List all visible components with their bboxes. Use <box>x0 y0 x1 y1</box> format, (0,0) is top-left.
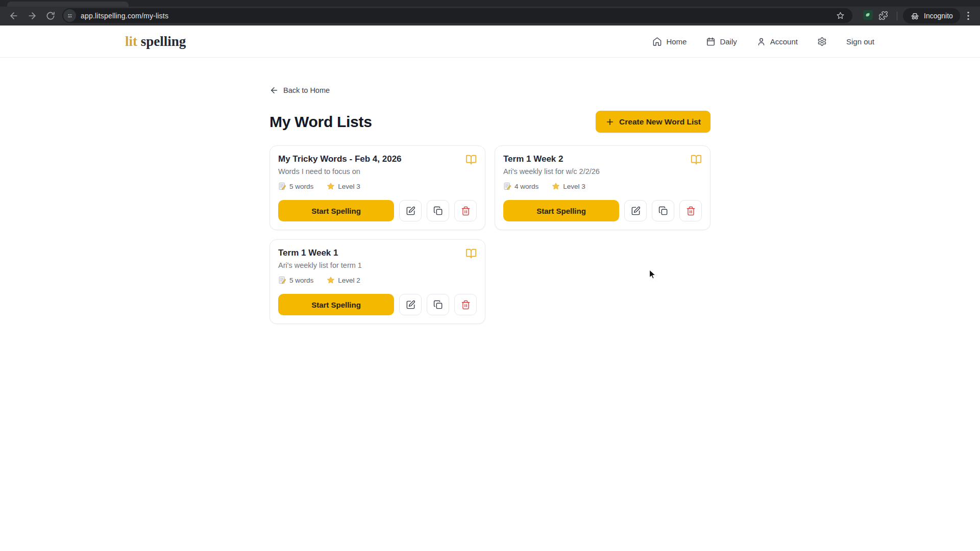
memo-icon <box>503 182 511 190</box>
incognito-label: Incognito <box>924 12 953 20</box>
incognito-spy-icon <box>910 11 920 21</box>
level-badge: Level 2 <box>327 276 360 284</box>
word-list-grid: My Tricky Words - Feb 4, 2026 Words I ne… <box>270 145 710 324</box>
duplicate-list-button[interactable] <box>427 200 449 221</box>
level-label: Level 3 <box>338 183 360 190</box>
level-badge: Level 3 <box>552 182 585 190</box>
start-spelling-button[interactable]: Start Spelling <box>278 294 394 315</box>
reload-icon[interactable] <box>45 11 56 21</box>
plus-icon <box>605 117 615 127</box>
start-spelling-button[interactable]: Start Spelling <box>503 200 619 221</box>
card-title: My Tricky Words - Feb 4, 2026 <box>278 154 402 164</box>
duplicate-list-button[interactable] <box>427 294 449 315</box>
delete-list-button[interactable] <box>454 294 477 315</box>
logo-rest: spelling <box>141 34 186 49</box>
bookmark-star-icon[interactable] <box>836 11 845 22</box>
gear-icon <box>817 37 827 46</box>
level-label: Level 2 <box>338 277 360 284</box>
nav-account-label: Account <box>770 37 798 46</box>
main-content: Back to Home My Word Lists Create New Wo… <box>270 58 710 324</box>
forward-icon[interactable] <box>27 11 37 21</box>
card-description: Ari's weekly list for w/c 2/2/26 <box>503 167 702 176</box>
nav-home[interactable]: Home <box>652 37 687 46</box>
page-title: My Word Lists <box>270 113 372 131</box>
word-count: 5 words <box>278 276 313 284</box>
word-list-card: Term 1 Week 2 Ari's weekly list for w/c … <box>495 145 710 230</box>
start-spelling-button[interactable]: Start Spelling <box>278 200 394 221</box>
delete-list-button[interactable] <box>454 200 477 221</box>
app-header: lit spelling Home Daily Account Sign out <box>0 26 980 58</box>
url-text[interactable]: app.litspelling.com/my-lists <box>81 12 168 20</box>
nav-daily[interactable]: Daily <box>706 37 737 46</box>
screen: app.litspelling.com/my-lists <box>0 0 980 551</box>
back-icon[interactable] <box>9 11 19 21</box>
logo-accent: lit <box>125 34 137 49</box>
card-title: Term 1 Week 1 <box>278 248 338 258</box>
edit-icon <box>406 300 415 310</box>
extension-icon[interactable] <box>863 10 873 20</box>
card-description: Ari's weekly list for term 1 <box>278 261 477 269</box>
nav-settings[interactable] <box>817 37 827 46</box>
delete-list-button[interactable] <box>679 200 702 221</box>
word-count: 5 words <box>278 182 313 190</box>
nav-account[interactable]: Account <box>756 37 798 46</box>
edit-icon <box>406 206 415 216</box>
level-badge: Level 3 <box>327 182 360 190</box>
word-count: 4 words <box>503 182 538 190</box>
edit-list-button[interactable] <box>624 200 647 221</box>
star-icon <box>327 276 335 284</box>
copy-icon <box>433 206 443 216</box>
word-list-card: Term 1 Week 1 Ari's weekly list for term… <box>270 239 485 324</box>
tab-strip <box>0 0 980 7</box>
edit-list-button[interactable] <box>399 294 422 315</box>
back-link-label: Back to Home <box>283 86 330 94</box>
mouse-cursor <box>647 269 658 282</box>
copy-icon <box>433 300 443 310</box>
card-title: Term 1 Week 2 <box>503 154 564 164</box>
word-count-label: 5 words <box>289 277 313 284</box>
book-open-icon <box>691 154 702 165</box>
edit-list-button[interactable] <box>399 200 422 221</box>
header-nav: Home Daily Account Sign out <box>652 26 874 58</box>
word-count-label: 4 words <box>514 183 538 190</box>
browser-chrome: app.litspelling.com/my-lists <box>0 0 980 26</box>
card-description: Words I need to focus on <box>278 167 477 176</box>
home-icon <box>652 37 662 46</box>
memo-icon <box>278 276 286 284</box>
create-button-label: Create New Word List <box>619 117 701 127</box>
copy-icon <box>658 206 668 216</box>
arrow-left-icon <box>270 86 279 95</box>
back-to-home-link[interactable]: Back to Home <box>270 86 330 95</box>
address-bar[interactable]: app.litspelling.com/my-lists <box>62 8 852 23</box>
browser-toolbar: app.litspelling.com/my-lists <box>0 7 980 26</box>
trash-icon <box>461 300 471 310</box>
toolbar-divider <box>897 12 897 20</box>
incognito-badge: Incognito <box>903 8 960 23</box>
browser-tab[interactable] <box>7 2 129 7</box>
app-logo[interactable]: lit spelling <box>125 34 186 49</box>
duplicate-list-button[interactable] <box>652 200 674 221</box>
star-icon <box>552 182 560 190</box>
nav-daily-label: Daily <box>720 37 737 46</box>
sign-out-button[interactable]: Sign out <box>846 37 874 46</box>
site-info-icon[interactable] <box>63 9 76 22</box>
calendar-icon <box>706 37 716 46</box>
nav-home-label: Home <box>666 37 687 46</box>
trash-icon <box>686 206 696 216</box>
edit-icon <box>631 206 641 216</box>
word-list-card: My Tricky Words - Feb 4, 2026 Words I ne… <box>270 145 485 230</box>
trash-icon <box>461 206 471 216</box>
browser-menu-icon[interactable] <box>964 10 972 23</box>
create-new-word-list-button[interactable]: Create New Word List <box>596 111 710 133</box>
extensions-puzzle-icon[interactable] <box>878 11 888 22</box>
book-open-icon <box>465 154 477 165</box>
user-icon <box>756 37 766 46</box>
memo-icon <box>278 182 286 190</box>
level-label: Level 3 <box>563 183 585 190</box>
book-open-icon <box>465 248 477 259</box>
word-count-label: 5 words <box>289 183 313 190</box>
star-icon <box>327 182 335 190</box>
